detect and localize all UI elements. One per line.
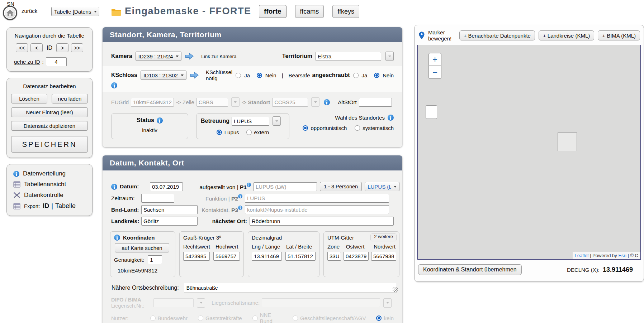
datum-info-icon[interactable] <box>111 184 117 190</box>
bima-kml-button[interactable]: + BIMA (KML) <box>598 30 640 40</box>
benachbarte-datenpunkte-button[interactable]: + Benachbarte Datenpunkte <box>459 30 535 40</box>
zeitraum-input[interactable] <box>141 194 174 203</box>
liegensch-dropdown-button <box>197 298 205 308</box>
map-canvas[interactable]: + − Leaflet | Powered by Esri | © C <box>417 45 641 260</box>
kschloss-link-arrow-icon[interactable] <box>190 72 199 79</box>
lat-input[interactable] <box>285 252 316 261</box>
map-tool-button[interactable] <box>426 105 437 119</box>
prev-record-button[interactable]: < <box>30 43 43 52</box>
koordinaten-info-icon[interactable] <box>114 235 120 241</box>
save-button[interactable]: SPEICHERN <box>11 136 88 153</box>
more-coords-button[interactable]: 2 weitere <box>370 233 397 241</box>
betreuung-extern-radio[interactable] <box>246 130 252 135</box>
last-record-button[interactable]: >> <box>71 43 83 52</box>
lng-input[interactable] <box>252 252 282 261</box>
status-betreuung-row: Status inaktiv Betreuung Lupus <box>111 113 394 139</box>
export-link[interactable]: Export: ID | Tabelle <box>13 202 86 210</box>
leaflet-link[interactable]: Leaflet <box>575 253 589 258</box>
hochwert-input[interactable] <box>213 252 240 261</box>
p2-input[interactable] <box>245 194 389 203</box>
kschloss-info-icon[interactable] <box>111 82 117 88</box>
genauigkeit-input[interactable] <box>148 255 162 264</box>
bearsafe-nein-radio[interactable] <box>374 73 379 78</box>
p3-input[interactable] <box>245 205 389 214</box>
betreuung-label: Betreuung <box>201 118 229 124</box>
delete-button[interactable]: Löschen <box>11 94 47 103</box>
tab-ffkeys[interactable]: ffkeys <box>332 5 359 18</box>
landkreis-input[interactable] <box>141 217 198 226</box>
betreuung-lupus-radio[interactable] <box>217 130 222 135</box>
betreuung-dropdown-button[interactable] <box>273 116 281 126</box>
data-distribution-link[interactable]: Datenverteilung <box>13 170 86 177</box>
standortwahl-group: Wahl des Standortes opportunistisch syst… <box>303 113 394 139</box>
resize-grip-icon[interactable] <box>393 287 398 292</box>
data-control-link[interactable]: Datenkontrolle <box>13 192 86 199</box>
standort-input <box>272 98 308 107</box>
export-table-option[interactable]: Tabelle <box>55 202 76 210</box>
zoom-in-button[interactable]: + <box>428 53 441 66</box>
status-info-icon[interactable] <box>157 117 163 124</box>
p3-info-icon[interactable] <box>238 206 242 210</box>
duplicate-button[interactable]: Datensatz duplizieren <box>11 121 88 131</box>
altstort-input[interactable] <box>359 98 392 107</box>
apply-coordinates-button[interactable]: Koordinaten & Standort übernehmen <box>418 264 522 275</box>
tab-fforte[interactable]: fforte <box>259 5 287 18</box>
reload-button[interactable]: neu laden <box>52 94 88 103</box>
betreuung-input[interactable] <box>232 117 269 126</box>
utm-nord-label: Nordwert <box>374 244 396 250</box>
territorium-input[interactable] <box>316 52 381 61</box>
rechtswert-input[interactable] <box>183 252 210 261</box>
utm-box: 2 weitere UTM-Gitter Zone Ostwert Nordwe… <box>323 231 399 277</box>
bndland-input[interactable] <box>141 205 198 214</box>
map-marker-placeholder <box>558 132 577 151</box>
bearsafe-bold-label: angeschraubt <box>312 72 350 78</box>
zelle-dropdown-button <box>231 97 240 107</box>
utm-ost-input[interactable] <box>344 252 369 261</box>
export-label: Export: <box>24 203 40 209</box>
goto-id-input[interactable] <box>46 57 67 66</box>
p2-info-icon[interactable] <box>238 194 242 198</box>
p1-info-icon[interactable] <box>247 183 251 187</box>
next-record-button[interactable]: > <box>56 43 68 52</box>
first-record-button[interactable]: << <box>16 43 28 52</box>
wahl-info-icon[interactable] <box>388 115 394 121</box>
home-button[interactable] <box>3 6 17 20</box>
kschloss-select[interactable]: ID103 : 21S02 <box>141 71 186 80</box>
table-view-link[interactable]: Tabellenansicht <box>13 181 86 188</box>
kschluessel-label: KSchlüssel nötig <box>206 69 232 81</box>
dezimalgrad-box: Dezimalgrad Lng / Länge Lat / Breite <box>248 231 319 277</box>
chevron-down-icon <box>234 101 237 103</box>
naechster-ort-input[interactable] <box>250 217 394 226</box>
table-select[interactable]: Tabelle [Datens <box>51 7 99 16</box>
utm-nord-input[interactable] <box>371 252 396 261</box>
kschluessel-ja-radio[interactable] <box>236 73 241 78</box>
export-id-option[interactable]: ID <box>43 202 49 210</box>
back-link[interactable]: zurück <box>22 8 37 14</box>
standort-info-icon[interactable] <box>324 99 330 105</box>
navigation-title: Navigation durch die Tabelle <box>11 33 88 39</box>
utm-zone-input[interactable] <box>327 252 341 261</box>
goto-id-link[interactable]: gehe zu ID <box>14 59 40 65</box>
chevron-down-icon <box>181 74 184 76</box>
wahl-opportunistisch-radio[interactable] <box>303 125 308 131</box>
landkreise-kml-button[interactable]: + Landkreise (KML) <box>539 30 594 40</box>
kschluessel-nein-radio[interactable] <box>257 73 262 78</box>
datum-input[interactable] <box>150 182 183 191</box>
personen-button[interactable]: 1 - 3 Personen <box>320 182 362 191</box>
esri-link[interactable]: Esri <box>618 253 626 258</box>
camera-link-arrow-icon[interactable] <box>185 53 194 60</box>
wahl-systematisch-radio[interactable] <box>355 125 360 131</box>
kamera-select[interactable]: ID239 : 21R24 <box>136 52 181 61</box>
territorium-dropdown-button[interactable] <box>385 52 394 61</box>
record-edit-title: Datensatz bearbeiten <box>11 83 88 90</box>
tab-ffcams[interactable]: ffcams <box>295 5 324 18</box>
chevron-down-icon <box>388 56 391 57</box>
p1-input[interactable] <box>254 182 317 191</box>
section-datum-kontakt-ort: Datum, Kontakt, Ort Datum: aufgestellt v… <box>103 155 402 323</box>
bearsafe-ja-radio[interactable] <box>353 73 359 78</box>
new-entry-button[interactable]: Neuer Eintrag (leer) <box>11 107 88 117</box>
p1-select[interactable]: LUPUS (LW <box>365 182 399 191</box>
ortsbeschreibung-textarea[interactable] <box>184 283 397 293</box>
karte-suchen-button[interactable]: auf Karte suchen <box>115 243 169 252</box>
zoom-out-button[interactable]: − <box>428 66 441 79</box>
